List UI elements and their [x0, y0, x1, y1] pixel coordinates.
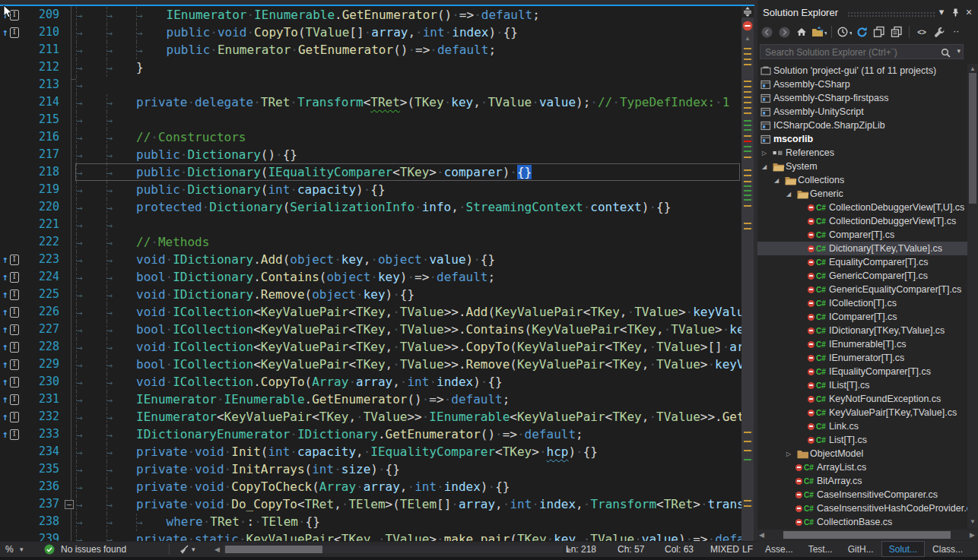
solution-explorer-title-bar[interactable]: Solution Explorer ▾ × [757, 4, 978, 21]
code-line[interactable]: 219→→public·Dictionary(int·capacity)·{} [0, 181, 741, 198]
tree-item[interactable]: ▷References [757, 146, 967, 160]
horizontal-scroll-track[interactable] [224, 546, 563, 553]
code-line[interactable]: ↑I229→→bool·ICollection<KeyValuePair<TKe… [0, 356, 741, 373]
tree-item[interactable]: C#CaseInsensitiveHashCodeProvider.cs [757, 501, 967, 515]
code-line[interactable]: ↑I223→→void·IDictionary.Add(object·key,·… [0, 251, 741, 268]
back-icon[interactable] [759, 24, 774, 40]
switch-views-icon[interactable]: ▾ [811, 24, 827, 40]
search-options-caret-icon[interactable]: ▾ [957, 47, 961, 55]
tree-scroll-down-arrow-icon[interactable]: ▼ [967, 518, 978, 525]
expander-expanded-icon[interactable]: ◢ [762, 163, 773, 170]
pin-icon[interactable] [949, 8, 961, 20]
code-line[interactable]: ↑I226→→void·ICollection<KeyValuePair<TKe… [0, 303, 741, 321]
horizontal-scroll-thumb[interactable] [225, 546, 322, 553]
forward-icon[interactable] [776, 24, 792, 40]
tree-item[interactable]: mscorlib [757, 132, 967, 146]
scroll-left-arrow-icon[interactable]: ◀ [214, 546, 220, 553]
tree-item[interactable]: C#ArrayList.cs [757, 460, 967, 474]
tree-item[interactable]: C#Comparer[T].cs [757, 228, 967, 242]
tree-item[interactable]: ◢Generic [757, 187, 967, 201]
tree-scroll-up-arrow-icon[interactable]: ▲ [967, 65, 978, 72]
pending-changes-filter-icon[interactable]: ▾ [837, 24, 852, 40]
tree-item[interactable]: Assembly-CSharp [757, 78, 967, 91]
tree-vertical-scroll-thumb[interactable] [969, 73, 976, 204]
tree-item[interactable]: C#IEnumerable[T].cs [757, 337, 967, 351]
view-code-icon[interactable]: <> [914, 24, 929, 40]
code-line[interactable]: ↑I232→→IEnumerator<KeyValuePair<TKey,·TV… [0, 408, 741, 426]
home-icon[interactable] [794, 24, 809, 40]
window-position-chevron-icon[interactable]: ▾ [935, 6, 948, 18]
tree-item[interactable]: C#Dictionary[TKey,TValue].cs [757, 242, 967, 255]
code-line[interactable]: 235→→private·void·InitArrays(int·size)·{… [0, 460, 741, 478]
code-line[interactable]: ↑I228→→void·ICollection<KeyValuePair<TKe… [0, 338, 741, 356]
tree-item[interactable]: Assembly-CSharp-firstpass [757, 91, 967, 105]
preview-selected-items-icon[interactable] [889, 24, 904, 40]
editor-vertical-scrollbar[interactable]: ▲ [741, 6, 754, 541]
tree-item[interactable]: C#IEqualityComparer[T].cs [757, 365, 967, 378]
tree-horizontal-scroll-thumb[interactable] [783, 531, 951, 539]
tree-item[interactable]: ◢System [757, 160, 967, 173]
tree-item[interactable]: C#KeyValuePair[TKey,TValue].cs [757, 406, 967, 419]
code-line[interactable]: 221→→ [0, 216, 741, 233]
collapse-all-icon[interactable] [872, 24, 887, 40]
code-line[interactable]: 215→→ [0, 111, 741, 128]
fold-collapse-icon[interactable]: – [65, 500, 74, 509]
panel-tab[interactable]: Test... [801, 541, 840, 557]
tree-item[interactable]: C#CollectionBase.cs [757, 515, 967, 529]
tree-item[interactable]: C#IComparer[T].cs [757, 310, 967, 324]
tree-item[interactable]: C#BitArray.cs [757, 474, 967, 488]
search-input[interactable] [764, 46, 934, 59]
search-icon[interactable] [941, 47, 951, 61]
zoom-dropdown-caret-icon[interactable]: ▾ [20, 542, 24, 557]
code-line[interactable]: 220→→protected·Dictionary(SerializationI… [0, 198, 741, 216]
editor-split-handle-icon[interactable] [741, 6, 754, 17]
panel-tab[interactable]: Class... [925, 541, 970, 557]
refresh-icon[interactable] [854, 24, 869, 40]
tree-item[interactable]: ICSharpCode.SharpZipLib [757, 119, 967, 132]
tree-item[interactable]: C#List[T].cs [757, 433, 967, 447]
code-line[interactable]: 213→ [0, 76, 741, 93]
code-line[interactable]: ↑I230→→void·ICollection.CopyTo(Array·arr… [0, 373, 741, 391]
tree-horizontal-scrollbar[interactable]: ◀ ▶ [757, 530, 978, 540]
tree-item[interactable]: C#CaseInsensitiveComparer.cs [757, 488, 967, 501]
tree-item[interactable]: ◢Collections [757, 173, 967, 187]
tree-item[interactable]: C#KeyNotFoundException.cs [757, 392, 967, 406]
scroll-up-arrow-icon[interactable]: ▲ [741, 35, 754, 42]
code-line[interactable]: 217→→public·Dictionary()·{} [0, 146, 741, 163]
tree-vertical-scrollbar[interactable]: ▲ ▼ [967, 64, 978, 529]
tree-item[interactable]: C#ICollection[T].cs [757, 296, 967, 310]
tree-item[interactable]: C#IDictionary[TKey,TValue].cs [757, 324, 967, 337]
cleanup-dropdown-caret-icon[interactable]: ▾ [192, 542, 195, 557]
tree-scroll-right-arrow-icon[interactable]: ▶ [970, 531, 975, 539]
code-line[interactable]: 222→→//·Methods [0, 233, 741, 251]
code-line[interactable]: 234→→private·void·Init(int·capacity,·IEq… [0, 443, 741, 460]
code-line[interactable]: 212→→} [0, 59, 741, 76]
expander-collapsed-icon[interactable]: ▷ [786, 451, 797, 457]
tree-item[interactable]: C#CollectionDebuggerView[T].cs [757, 214, 967, 228]
code-line[interactable]: 214→→private·delegate·TRet·Transform<TRe… [0, 93, 741, 111]
code-line[interactable]: 238→→→where·TRet·:·TElem·{} [0, 513, 741, 530]
code-line[interactable]: ↑I233→→IDictionaryEnumerator·IDictionary… [0, 426, 741, 443]
code-line[interactable]: ↑I210→→→public·void·CopyTo(TValue[]·arra… [0, 24, 741, 41]
tree-item[interactable]: C#GenericEqualityComparer[T].cs [757, 283, 967, 296]
code-line[interactable]: 216→→//·Constructors [0, 128, 741, 146]
tree-item[interactable]: C#IEnumerator[T].cs [757, 351, 967, 365]
panel-tab[interactable]: Solut... [881, 541, 925, 557]
code-line[interactable]: 236→→private·void·CopyToCheck(Array·arra… [0, 478, 741, 495]
tree-item[interactable]: C#IList[T].cs [757, 378, 967, 392]
close-icon[interactable]: × [963, 6, 975, 18]
expander-collapsed-icon[interactable]: ▷ [762, 150, 773, 157]
tree-item[interactable]: C#EqualityComparer[T].cs [757, 255, 967, 269]
code-line[interactable]: ↑I224→→bool·IDictionary.Contains(object·… [0, 268, 741, 286]
expander-expanded-icon[interactable]: ◢ [786, 191, 797, 198]
tree-item[interactable]: Assembly-UnityScript [757, 105, 967, 119]
panel-tab[interactable]: Asse... [757, 541, 801, 557]
document-health-text[interactable]: No issues found [61, 542, 126, 557]
tree-item[interactable]: Solution 'project-gui' (11 of 11 project… [757, 64, 967, 78]
overflow-icon[interactable]: ·· [949, 24, 964, 40]
tree-item[interactable]: C#Link.cs [757, 419, 967, 433]
code-line[interactable]: ↑I209→→→IEnumerator·IEnumerable.GetEnume… [0, 6, 741, 24]
panel-tab[interactable]: GitH... [840, 541, 881, 557]
code-line[interactable]: 237–→→private·void·Do_CopyTo<TRet,·TElem… [0, 495, 741, 513]
search-box[interactable]: ▾ [760, 44, 964, 59]
